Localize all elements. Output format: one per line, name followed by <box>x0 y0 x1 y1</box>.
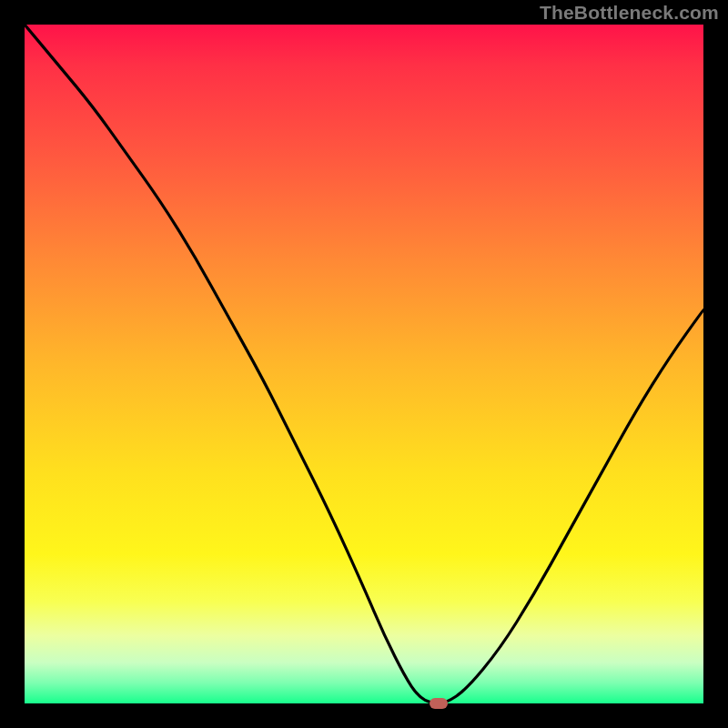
plot-area <box>25 25 703 703</box>
bottleneck-curve <box>25 25 703 703</box>
optimum-marker <box>430 698 448 709</box>
curve-path <box>25 25 703 703</box>
chart-frame: TheBottleneck.com <box>0 0 728 728</box>
watermark-text: TheBottleneck.com <box>540 2 719 24</box>
